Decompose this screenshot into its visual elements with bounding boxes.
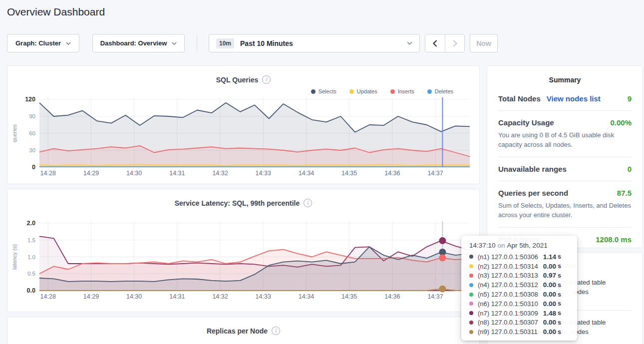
sql-legend: SelectsUpdatesInsertsDeletes <box>311 88 453 94</box>
legend-dot-icon <box>349 89 354 94</box>
tooltip-node-address: (n9) 127.0.0.1:50311 <box>478 328 538 336</box>
svg-text:60: 60 <box>29 130 35 136</box>
svg-text:2.0: 2.0 <box>27 220 35 227</box>
latency-chart[interactable]: 14:2814:2914:3014:3114:3214:3314:3414:35… <box>7 220 477 303</box>
tooltip-row: (n8) 127.0.0.1:503070.00s <box>469 318 570 328</box>
svg-text:14:31: 14:31 <box>169 293 185 300</box>
summary-label: Unavailable ranges <box>498 165 567 173</box>
legend-label: Updates <box>357 88 377 94</box>
dashboard-dropdown[interactable]: Dashboard: Overview <box>92 34 185 52</box>
svg-text:14:36: 14:36 <box>384 293 400 300</box>
time-step-buttons <box>425 34 465 52</box>
summary-section: Total NodesView nodes list9 <box>498 87 632 110</box>
svg-text:queries: queries <box>11 124 17 142</box>
svg-text:14:29: 14:29 <box>83 170 99 177</box>
chevron-down-icon <box>66 42 71 45</box>
now-button[interactable]: Now <box>470 34 498 52</box>
tooltip-on-word: on <box>498 242 505 249</box>
chevron-down-icon <box>172 42 177 45</box>
legend-item-inserts[interactable]: Inserts <box>390 88 414 94</box>
svg-text:14:34: 14:34 <box>299 170 314 177</box>
tooltip-node-address: (n2) 127.0.0.1:50314 <box>478 263 538 270</box>
time-range-label: Past 10 Minutes <box>240 39 293 47</box>
svg-text:120: 120 <box>25 96 35 103</box>
tooltip-node-value: 0.00 <box>543 319 556 326</box>
legend-dot-icon <box>427 89 432 94</box>
legend-label: Selects <box>319 88 336 94</box>
tooltip-node-unit: s <box>558 300 561 307</box>
summary-value: 1208.0 ms <box>596 235 632 244</box>
replicas-title: Replicas per Node <box>207 327 268 335</box>
time-prev-button[interactable] <box>425 34 445 52</box>
svg-text:1.0: 1.0 <box>27 254 35 260</box>
graph-dropdown[interactable]: Graph: Cluster <box>7 34 79 52</box>
svg-text:0.0: 0.0 <box>27 287 35 294</box>
legend-item-deletes[interactable]: Deletes <box>427 88 453 94</box>
svg-text:latency (s): latency (s) <box>11 244 17 270</box>
tooltip-node-value: 0.00 <box>543 263 556 270</box>
legend-item-selects[interactable]: Selects <box>311 88 336 94</box>
tooltip-node-unit: s <box>558 282 561 289</box>
summary-value: 9 <box>628 94 632 103</box>
svg-text:0: 0 <box>32 164 35 171</box>
tooltip-node-unit: s <box>558 329 561 336</box>
time-next-button[interactable] <box>445 34 464 52</box>
tooltip-rows: (n1) 127.0.0.1:503061.14s(n2) 127.0.0.1:… <box>469 252 570 337</box>
tooltip-node-value: 0.00 <box>543 328 556 336</box>
info-icon[interactable]: i <box>272 327 280 335</box>
tooltip-node-address: (n6) 127.0.0.1:50310 <box>478 300 538 308</box>
summary-value: 87.5 <box>617 189 632 197</box>
info-icon[interactable]: i <box>262 75 271 84</box>
tooltip-node-address: (n1) 127.0.0.1:50306 <box>478 253 538 261</box>
tooltip-node-unit: s <box>558 319 561 326</box>
legend-label: Inserts <box>398 88 414 94</box>
summary-label: Capacity Usage <box>498 118 554 127</box>
svg-text:30: 30 <box>29 147 35 153</box>
svg-text:14:34: 14:34 <box>299 293 314 300</box>
svg-text:14:30: 14:30 <box>126 293 142 300</box>
tooltip-node-value: 0.00 <box>543 300 556 308</box>
node-color-dot-icon <box>469 264 473 268</box>
info-icon[interactable]: i <box>304 199 312 207</box>
svg-text:14:36: 14:36 <box>384 170 400 177</box>
tooltip-node-unit: s <box>558 253 561 260</box>
tooltip-timestamp: 14:37:10onApr 5th, 2021 <box>469 242 570 249</box>
legend-item-updates[interactable]: Updates <box>349 88 377 94</box>
tooltip-node-address: (n7) 127.0.0.1:50309 <box>478 310 538 317</box>
tooltip-time: 14:37:10 <box>469 242 496 249</box>
tooltip-node-unit: s <box>558 310 561 317</box>
graph-dropdown-label: Graph: Cluster <box>15 39 61 47</box>
node-color-dot-icon <box>469 311 473 315</box>
svg-text:14:37: 14:37 <box>427 293 443 300</box>
chevron-left-icon <box>433 40 437 47</box>
node-color-dot-icon <box>469 293 473 297</box>
replicas-panel: Replicas per Node i <box>7 317 480 344</box>
svg-text:14:33: 14:33 <box>256 170 271 177</box>
tooltip-node-unit: s <box>558 291 561 298</box>
legend-dot-icon <box>390 89 395 94</box>
sql-queries-chart[interactable]: 14:2814:2914:3014:3114:3214:3314:3414:35… <box>7 96 477 180</box>
summary-section: Queries per second87.5Sum of Selects, Up… <box>498 181 632 227</box>
time-range-badge: 10m <box>216 38 234 48</box>
summary-value: 0 <box>628 165 632 173</box>
node-color-dot-icon <box>469 330 473 334</box>
svg-text:14:37: 14:37 <box>427 170 443 177</box>
node-color-dot-icon <box>469 274 473 278</box>
tooltip-node-unit: s <box>558 263 561 270</box>
svg-text:14:35: 14:35 <box>341 170 357 177</box>
view-nodes-link[interactable]: View nodes list <box>547 94 601 103</box>
tooltip-date: Apr 5th, 2021 <box>507 242 548 249</box>
tooltip-node-unit: s <box>558 272 561 279</box>
summary-label: Queries per second <box>498 189 568 197</box>
summary-title: Summary <box>498 66 632 87</box>
tooltip-node-value: 1.48 <box>543 310 556 317</box>
time-range-selector[interactable]: 10m Past 10 Minutes <box>209 34 420 52</box>
chart-hover-tooltip: 14:37:10onApr 5th, 2021 (n1) 127.0.0.1:5… <box>461 236 577 341</box>
legend-dot-icon <box>311 89 316 94</box>
node-color-dot-icon <box>469 321 473 325</box>
tooltip-row: (n2) 127.0.0.1:503140.00s <box>469 262 570 271</box>
sql-queries-panel: SQL Queries i SelectsUpdatesInsertsDelet… <box>7 65 480 184</box>
svg-text:0.5: 0.5 <box>27 271 35 277</box>
node-color-dot-icon <box>469 302 473 306</box>
svg-text:14:32: 14:32 <box>212 293 228 300</box>
